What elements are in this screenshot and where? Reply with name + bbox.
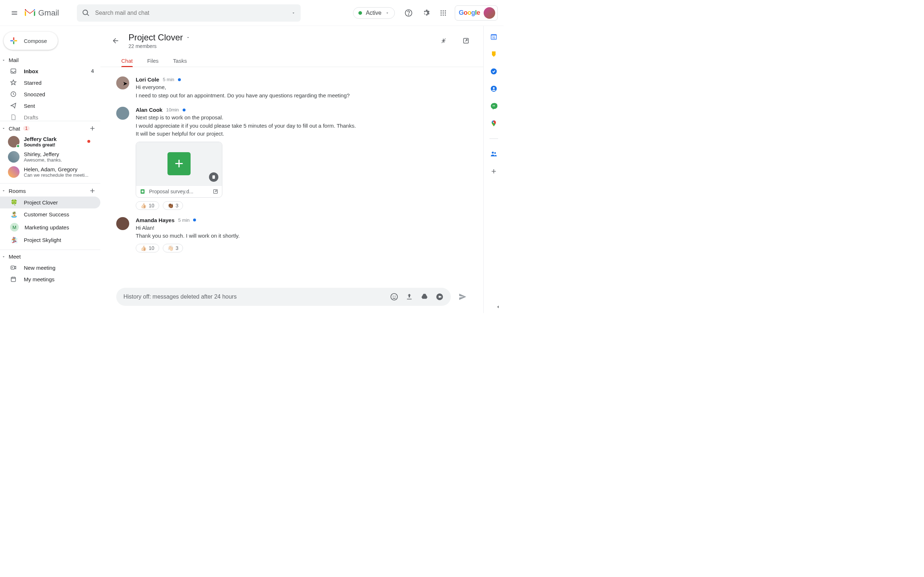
nav-sent[interactable]: Sent — [0, 100, 100, 111]
room-item-project-clover[interactable]: 🍀Project Clover — [0, 197, 100, 208]
section-rooms[interactable]: Rooms — [0, 185, 100, 197]
tab-tasks[interactable]: Tasks — [173, 55, 187, 67]
dropdown-icon[interactable] — [291, 11, 296, 15]
nav-snoozed[interactable]: Snoozed — [0, 89, 100, 100]
chevron-down-icon — [385, 11, 389, 15]
message-time: 5 min — [178, 218, 190, 223]
calendar-icon — [10, 276, 17, 282]
room-item[interactable]: 🏝️Customer Success — [0, 208, 100, 220]
message: Lori Cole5 min Hi everyone, I need to st… — [116, 76, 467, 100]
popout-button[interactable] — [459, 34, 473, 48]
section-chat[interactable]: Chat 1 — [0, 122, 100, 134]
message-composer[interactable]: History off: messages deleted after 24 h… — [116, 288, 451, 306]
get-addons-button[interactable] — [489, 167, 498, 176]
settings-button[interactable] — [419, 6, 433, 20]
message: Alan Cook10min Next step is to work on t… — [116, 107, 467, 210]
emoji-button[interactable] — [390, 293, 398, 301]
chat-preview: Can we reschedule the meeti... — [24, 172, 89, 178]
message: Amanda Hayes5 min Hi Alan! Thank you so … — [116, 217, 467, 253]
inbox-count: 4 — [91, 68, 94, 74]
nav-new-meeting[interactable]: New meeting — [0, 262, 100, 273]
menu-button[interactable] — [6, 4, 23, 22]
chat-item[interactable]: Jeffery ClarkSounds great! — [0, 134, 100, 149]
svg-point-35 — [492, 152, 494, 154]
tab-chat[interactable]: Chat — [121, 55, 133, 67]
search-input[interactable] — [95, 10, 286, 16]
section-meet[interactable]: Meet — [0, 251, 100, 262]
video-plus-icon — [10, 264, 17, 271]
search-icon — [82, 9, 90, 17]
people-addon[interactable] — [489, 150, 498, 158]
open-attachment-button[interactable] — [213, 189, 218, 194]
svg-point-4 — [445, 10, 446, 11]
room-title[interactable]: Project Clover — [129, 32, 190, 43]
reaction[interactable]: 👋🏻3 — [163, 244, 183, 253]
nav-starred[interactable]: Starred — [0, 77, 100, 89]
room-label: Marketing updates — [24, 224, 69, 230]
room-emoji: M — [10, 223, 19, 232]
new-room-button[interactable] — [89, 187, 96, 194]
svg-point-24 — [391, 293, 397, 300]
message-list: ➤ Lori Cole5 min Hi everyone, I need to … — [100, 67, 483, 284]
drive-button[interactable] — [420, 293, 428, 301]
nav-drafts[interactable]: Drafts — [0, 111, 100, 123]
chevron-down-icon — [2, 255, 6, 259]
expand-panel-button[interactable] — [495, 304, 501, 310]
message-body: Hi Alan! Thank you so much. I will work … — [136, 224, 240, 240]
maps-addon[interactable] — [489, 119, 498, 128]
nav-label: Sent — [24, 103, 35, 109]
nav-my-meetings[interactable]: My meetings — [0, 273, 100, 285]
reaction[interactable]: 👍🏻10 — [136, 244, 159, 253]
svg-point-25 — [393, 296, 393, 297]
nav-label: Inbox — [24, 68, 38, 74]
chat-preview: Awesome, thanks. — [24, 157, 62, 163]
tasks-addon[interactable] — [489, 67, 498, 76]
apps-button[interactable] — [436, 6, 451, 20]
gmail-logo[interactable]: Gmail — [24, 8, 59, 18]
room-item[interactable]: MMarketing updates — [0, 220, 100, 234]
new-chat-button[interactable] — [89, 125, 96, 132]
nav-label: Starred — [24, 80, 42, 86]
attachment-card[interactable]: + Proposal survey.d... — [136, 142, 222, 198]
upload-button[interactable] — [405, 293, 413, 301]
status-dot-icon — [359, 11, 362, 15]
svg-point-26 — [395, 296, 396, 297]
compose-label: Compose — [24, 38, 47, 44]
svg-text:31: 31 — [492, 36, 496, 39]
keep-addon[interactable] — [489, 50, 498, 58]
chat-item[interactable]: Shirley, JefferyAwesome, thanks. — [0, 149, 100, 164]
section-chat-label: Chat — [9, 126, 20, 132]
svg-point-36 — [494, 152, 496, 154]
back-button[interactable] — [109, 34, 122, 47]
reaction[interactable]: 👏🏾3 — [163, 201, 183, 210]
status-label: Active — [366, 10, 381, 16]
contacts-addon[interactable] — [489, 84, 498, 93]
hangouts-addon[interactable] — [489, 102, 498, 110]
account-switcher[interactable]: Google — [455, 5, 498, 21]
room-label: Customer Success — [24, 211, 69, 218]
cursor-icon: ➤ — [123, 80, 128, 87]
inbox-icon — [10, 68, 17, 74]
chat-item[interactable]: Helen, Adam, GregoryCan we reschedule th… — [0, 164, 100, 180]
room-item[interactable]: 🏂Project Skylight — [0, 234, 100, 246]
compose-button[interactable]: Compose — [3, 32, 58, 50]
nav-inbox[interactable]: Inbox 4 — [0, 65, 100, 77]
svg-rect-12 — [13, 42, 14, 44]
presence-status[interactable]: Active — [353, 7, 395, 19]
attachment-filename: Proposal survey.d... — [149, 189, 194, 194]
reaction[interactable]: 👍🏻10 — [136, 201, 159, 210]
section-mail[interactable]: Mail — [0, 55, 100, 65]
send-button[interactable] — [458, 292, 467, 301]
tab-files[interactable]: Files — [147, 55, 159, 67]
help-button[interactable] — [401, 6, 416, 20]
chat-name: Shirley, Jeffery — [24, 151, 62, 157]
avatar — [8, 166, 19, 178]
svg-point-9 — [443, 15, 444, 16]
svg-point-2 — [440, 10, 441, 11]
avatar — [116, 107, 129, 120]
calendar-addon[interactable]: 31 — [489, 32, 498, 41]
search-bar[interactable] — [77, 4, 300, 22]
collapse-button[interactable] — [436, 34, 451, 48]
meet-button[interactable] — [436, 293, 444, 301]
section-meet-label: Meet — [9, 253, 21, 259]
